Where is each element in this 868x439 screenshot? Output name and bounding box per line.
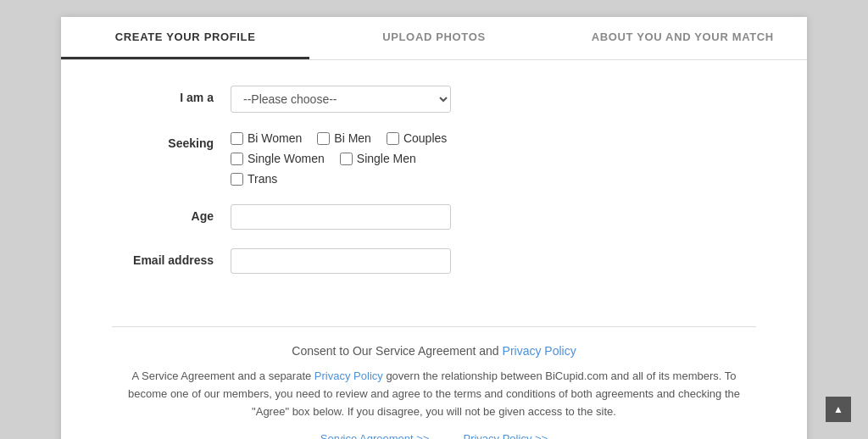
consent-body-privacy-link[interactable]: Privacy Policy (314, 370, 383, 382)
seeking-bi-men-label: Bi Men (334, 131, 371, 145)
seeking-checkboxes: Bi Women Bi Men Couples (231, 131, 756, 186)
i-am-a-select[interactable]: --Please choose-- Single Woman Single Ma… (231, 86, 451, 113)
seeking-single-men-label: Single Men (357, 152, 416, 165)
checkbox-single-men[interactable] (340, 153, 353, 165)
i-am-a-row: I am a --Please choose-- Single Woman Si… (112, 86, 756, 113)
form-section: I am a --Please choose-- Single Woman Si… (61, 60, 807, 318)
service-agreement-link[interactable]: Service Agreement >> (320, 432, 430, 439)
seeking-bi-women[interactable]: Bi Women (231, 131, 302, 145)
privacy-policy-link[interactable]: Privacy Policy >> (463, 432, 548, 439)
seeking-row-1: Bi Women Bi Men Couples (231, 131, 756, 145)
consent-title: Consent to Our Service Agreement and Pri… (112, 344, 756, 358)
seeking-trans-label: Trans (248, 172, 277, 186)
consent-body: A Service Agreement and a separate Priva… (112, 368, 756, 420)
consent-section: Consent to Our Service Agreement and Pri… (61, 344, 807, 439)
i-am-a-label: I am a (112, 86, 231, 104)
checkbox-bi-women[interactable] (231, 132, 243, 145)
checkbox-bi-men[interactable] (317, 132, 330, 145)
seeking-control: Bi Women Bi Men Couples (231, 131, 756, 186)
age-row: Age (112, 204, 756, 230)
seeking-trans[interactable]: Trans (231, 172, 277, 186)
seeking-row-3: Trans (231, 172, 756, 186)
tabs-bar: CREATE YOUR PROFILE UPLOAD PHOTOS ABOUT … (61, 17, 807, 60)
consent-title-privacy-link[interactable]: Privacy Policy (503, 344, 576, 358)
seeking-label: Seeking (112, 131, 231, 150)
seeking-bi-women-label: Bi Women (248, 131, 302, 145)
seeking-couples[interactable]: Couples (387, 131, 447, 145)
main-container: CREATE YOUR PROFILE UPLOAD PHOTOS ABOUT … (61, 17, 807, 439)
checkbox-trans[interactable] (231, 173, 243, 186)
checkbox-single-women[interactable] (231, 153, 243, 165)
seeking-single-women-label: Single Women (248, 152, 325, 165)
seeking-couples-label: Couples (403, 131, 447, 145)
consent-links: Service Agreement >> Privacy Policy >> (112, 432, 756, 439)
tab-upload-photos[interactable]: UPLOAD PHOTOS (309, 17, 558, 59)
age-control (231, 204, 756, 230)
email-row: Email address (112, 248, 756, 274)
age-input[interactable] (231, 204, 451, 230)
seeking-row: Seeking Bi Women Bi Men (112, 131, 756, 186)
i-am-a-control: --Please choose-- Single Woman Single Ma… (231, 86, 756, 113)
seeking-single-women[interactable]: Single Women (231, 152, 325, 165)
seeking-single-men[interactable]: Single Men (340, 152, 416, 165)
tab-create-profile[interactable]: CREATE YOUR PROFILE (61, 17, 309, 59)
seeking-bi-men[interactable]: Bi Men (317, 131, 371, 145)
email-control (231, 248, 756, 274)
checkbox-couples[interactable] (387, 132, 399, 145)
seeking-row-2: Single Women Single Men (231, 152, 756, 165)
email-label: Email address (112, 248, 231, 267)
section-divider (112, 326, 756, 327)
scroll-to-top-button[interactable]: ▲ (826, 397, 851, 422)
email-input[interactable] (231, 248, 451, 274)
tab-about-you[interactable]: ABOUT YOU AND YOUR MATCH (559, 17, 807, 59)
age-label: Age (112, 204, 231, 223)
